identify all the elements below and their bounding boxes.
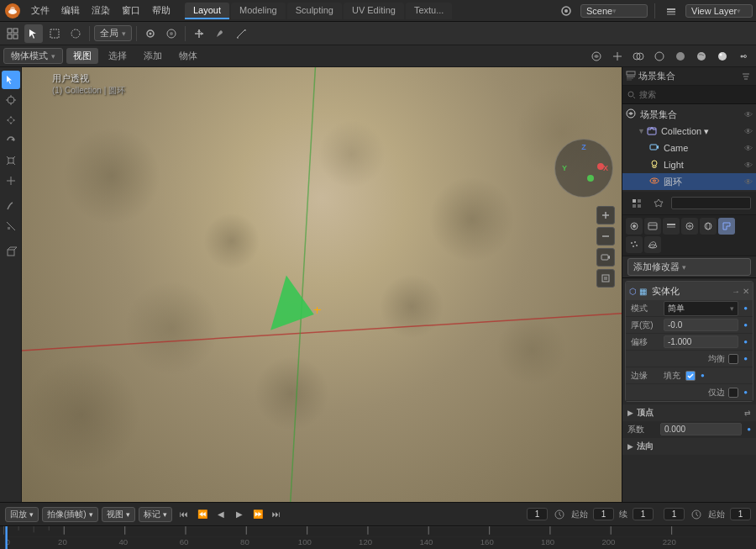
normal-section-header[interactable]: ▶ 法向 [622, 438, 756, 455]
modifier-title-row[interactable]: ⬡ ▦ 实体化 → ✕ [626, 282, 753, 300]
tab-world[interactable] [700, 218, 717, 235]
modifier-close-btn[interactable]: ✕ [743, 287, 749, 296]
tab-physics[interactable] [644, 236, 661, 253]
tab-scene[interactable] [681, 218, 698, 235]
menu-help[interactable]: 帮助 [146, 3, 176, 18]
outliner-search[interactable] [622, 86, 756, 104]
menu-edit[interactable]: 编辑 [55, 3, 86, 18]
play-btn[interactable]: ▶ [231, 506, 248, 523]
shading-wire[interactable] [650, 47, 669, 66]
tab-view-layer[interactable] [663, 218, 680, 235]
torus-visibility-icon[interactable]: 👁 [744, 177, 753, 187]
playback-dropdown[interactable]: 回放 ▾ [5, 507, 39, 522]
viewport-display-btn[interactable] [587, 47, 606, 66]
start-frame2-display[interactable]: 1 [730, 508, 751, 520]
annotate-tool[interactable] [2, 197, 20, 215]
view-menu[interactable]: 视图 [66, 48, 98, 64]
offset-value[interactable]: -1.000 [664, 335, 738, 348]
rim-only-checkbox[interactable] [728, 388, 738, 398]
properties-pin-btn[interactable] [649, 194, 668, 213]
tab-sculpting[interactable]: Sculpting [287, 3, 342, 19]
fill-checkbox[interactable] [685, 371, 696, 381]
vertex-section-header[interactable]: ▶ 顶点 ⇄ [622, 404, 756, 421]
thickness-value[interactable]: -0.0 [664, 319, 738, 331]
start-frame-display[interactable]: 1 [593, 508, 614, 520]
circle-select-btn[interactable] [66, 24, 85, 43]
viewport-mode-btn[interactable] [3, 24, 22, 43]
transform-btn[interactable] [190, 24, 208, 43]
add-modifier-button[interactable]: 添加修改器 ▾ [627, 258, 751, 276]
keyframe-display[interactable]: 1 [664, 508, 685, 520]
jump-end-btn[interactable]: ⏭ [268, 506, 285, 523]
navigation-gizmo[interactable]: X Z Y [554, 139, 613, 198]
collection-visibility-icon[interactable]: 👁 [744, 127, 753, 136]
menu-window[interactable]: 窗口 [116, 3, 146, 18]
tree-item-torus[interactable]: 圆环 👁 [622, 173, 756, 190]
tree-item-scene-collection[interactable]: 场景集合 👁 [622, 106, 756, 123]
annotation-btn[interactable] [211, 24, 229, 43]
zoom-in-btn[interactable] [596, 206, 615, 224]
tree-item-camera[interactable]: Came 👁 [622, 140, 756, 156]
proportional-edit-btn[interactable] [162, 24, 181, 43]
gizmo-toggle[interactable] [608, 47, 627, 66]
global-dropdown[interactable]: 全局 ▾ [94, 25, 132, 41]
measure-btn[interactable] [232, 24, 250, 43]
outliner-filter-btn[interactable] [739, 70, 753, 83]
scene-visibility-icon[interactable]: 👁 [744, 110, 753, 119]
mode-value-btn[interactable]: 简单 ▾ [664, 301, 738, 316]
properties-search[interactable] [671, 197, 751, 209]
tree-item-light[interactable]: Light 👁 [622, 156, 756, 173]
tab-modifier[interactable] [718, 218, 735, 235]
jump-start-btn[interactable]: ⏮ [176, 506, 192, 523]
menu-file[interactable]: 文件 [25, 3, 55, 18]
count-value[interactable]: 0.000 [660, 423, 742, 436]
camera-view-btn[interactable] [596, 248, 615, 267]
timeline-ruler[interactable]: 0 20 40 60 80 100 120 140 160 180 200 22… [0, 526, 756, 549]
current-frame-display[interactable]: 1 [527, 508, 548, 520]
search-input[interactable] [639, 90, 751, 99]
object-menu[interactable]: 物体 [172, 48, 204, 64]
frame-btn[interactable] [596, 269, 615, 288]
tab-uv-editing[interactable]: UV Editing [344, 3, 404, 19]
light-visibility-icon[interactable]: 👁 [744, 161, 753, 170]
shading-solid[interactable] [671, 47, 690, 66]
viewport-3d[interactable]: 用户透视 (1) Collection | 圆环 X Z Y [22, 67, 622, 502]
capture-dropdown[interactable]: 拍像(插帧) ▾ [42, 507, 98, 522]
shading-material[interactable] [692, 47, 711, 66]
tab-output[interactable] [644, 218, 661, 235]
measure-tool[interactable] [2, 217, 20, 235]
tab-particles[interactable] [626, 236, 643, 253]
add-cube-tool[interactable] [2, 242, 20, 261]
scene-dropdown[interactable]: Scene ▾ [580, 4, 648, 18]
select-tool[interactable] [2, 71, 20, 89]
cursor-tool[interactable] [2, 91, 20, 109]
balance-checkbox[interactable] [728, 354, 738, 364]
menu-render[interactable]: 渲染 [86, 3, 116, 18]
tab-texture[interactable]: Textu... [406, 3, 452, 19]
move-tool[interactable] [2, 111, 20, 129]
properties-layout-btn[interactable] [627, 194, 646, 213]
tree-item-collection[interactable]: ▼ Collection ▾ 👁 [622, 123, 756, 140]
shading-rendered[interactable] [713, 47, 732, 66]
tab-layout[interactable]: Layout [185, 3, 229, 19]
end-frame-display[interactable]: 1 [633, 508, 654, 520]
select-menu[interactable]: 选择 [102, 48, 134, 64]
camera-visibility-icon[interactable]: 👁 [744, 144, 753, 153]
step-fwd-btn[interactable]: ⏩ [249, 506, 266, 523]
snap-btn[interactable] [141, 24, 160, 43]
scale-tool[interactable] [2, 151, 20, 170]
rotate-tool[interactable] [2, 131, 20, 150]
step-back-btn[interactable]: ⏪ [194, 506, 211, 523]
view-layer-dropdown[interactable]: View Layer ▾ [685, 4, 753, 18]
mode-dropdown[interactable]: 物体模式 ▾ [3, 48, 63, 64]
view-dropdown[interactable]: 视图 ▾ [102, 507, 135, 522]
overlay-btn[interactable] [629, 47, 648, 66]
tab-modeling[interactable]: Modeling [231, 3, 286, 19]
play-back-btn[interactable]: ◀ [213, 506, 229, 523]
gizmo-circle[interactable]: X Z Y [554, 139, 613, 198]
box-select-btn[interactable] [45, 24, 64, 43]
transform-tool[interactable] [2, 172, 20, 190]
zoom-out-btn[interactable] [596, 227, 615, 245]
shading-settings[interactable] [734, 47, 753, 66]
tab-render[interactable] [626, 218, 643, 235]
